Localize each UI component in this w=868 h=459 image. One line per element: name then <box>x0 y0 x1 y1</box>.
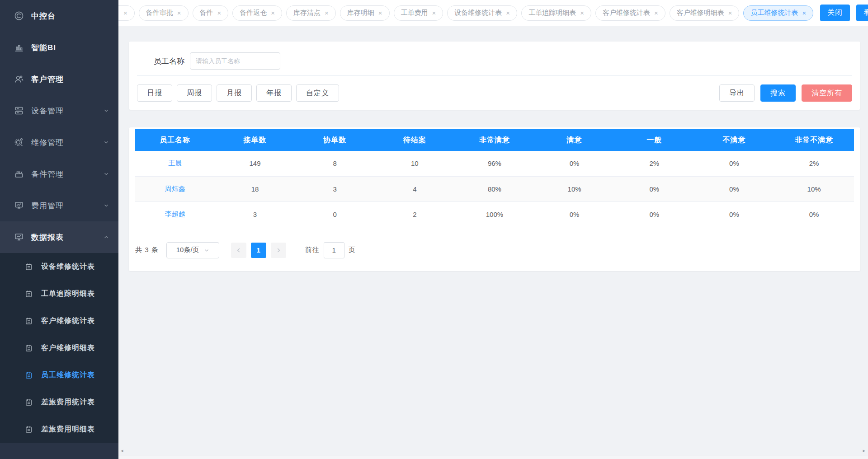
table-card: 员工名称 接单数 协单数 待结案 非常满意 满意 一般 不满意 非常不满意 王晨… <box>129 127 860 271</box>
close-icon[interactable]: × <box>271 9 275 16</box>
cell: 0 <box>295 201 375 227</box>
sidebar-item-spareparts[interactable]: 备件管理 <box>0 158 118 190</box>
sidebar-submenu: 设备维修统计表 工单追踪明细表 客户维修统计表 客户维修明细表 <box>0 253 118 443</box>
close-icon[interactable]: × <box>506 9 510 16</box>
submenu-item-label: 工单追踪明细表 <box>41 289 95 299</box>
tab-clipped[interactable]: × <box>118 5 135 21</box>
scrollbar-left-arrow[interactable]: ◂ <box>121 448 123 454</box>
chevron-down-icon <box>103 202 109 209</box>
page-size-select[interactable]: 10条/页 <box>166 242 219 258</box>
close-icon[interactable]: × <box>728 9 732 16</box>
tab-label: 库存明细 <box>347 9 374 17</box>
table-row: 周炜鑫 18 3 4 80% 10% 0% 0% 10% <box>135 176 854 201</box>
col-header: 非常不满意 <box>774 129 854 151</box>
sidebar-item-expenses[interactable]: 费用管理 <box>0 190 118 221</box>
tab[interactable]: 设备维修统计表 × <box>447 5 517 21</box>
sidebar-item-bi[interactable]: 智能BI <box>0 32 118 63</box>
close-icon[interactable]: × <box>580 9 584 16</box>
employee-name-link[interactable]: 周炜鑫 <box>135 176 215 201</box>
submenu-item-customer-repair-stats[interactable]: 客户维修统计表 <box>0 307 118 334</box>
search-button[interactable]: 搜索 <box>760 84 796 102</box>
tab[interactable]: 备件返仓 × <box>232 5 282 21</box>
clear-all-button[interactable]: 清空所有 <box>802 84 852 102</box>
chevron-down-icon <box>103 139 109 145</box>
page-number-1[interactable]: 1 <box>251 243 266 258</box>
sidebar-item-reports[interactable]: 数据报表 <box>0 221 118 253</box>
tab-active[interactable]: 员工维修统计表 × <box>743 5 813 21</box>
tab-label: 备件返仓 <box>240 9 267 17</box>
cell: 3 <box>215 201 295 227</box>
cell: 0% <box>694 151 774 176</box>
employee-name-link[interactable]: 王晨 <box>135 151 215 176</box>
sidebar-item-devices[interactable]: 设备管理 <box>0 95 118 126</box>
yearly-report-button[interactable]: 年报 <box>256 84 292 102</box>
notebook-icon <box>24 370 33 380</box>
close-icon[interactable]: × <box>432 9 436 16</box>
tab[interactable]: 备件审批 × <box>139 5 189 21</box>
tab[interactable]: 客户维修统计表 × <box>595 5 665 21</box>
submenu-item-label: 差旅费用统计表 <box>41 398 95 407</box>
page-size-value: 10条/页 <box>176 246 199 254</box>
cell: 149 <box>215 151 295 176</box>
tab-label: 设备维修统计表 <box>454 9 502 17</box>
cell: 80% <box>455 176 535 201</box>
close-icon[interactable]: × <box>123 9 127 16</box>
employee-name-link[interactable]: 李超越 <box>135 201 215 227</box>
submenu-item-label: 员工维修统计表 <box>41 370 95 380</box>
tab[interactable]: 工单追踪明细表 × <box>521 5 591 21</box>
chevron-down-icon <box>204 248 209 253</box>
submenu-item-employee-repair-stats[interactable]: 员工维修统计表 <box>0 361 118 389</box>
close-icon[interactable]: × <box>217 9 222 16</box>
board-chart-icon <box>14 232 24 243</box>
submenu-item-travel-expense-stats[interactable]: 差旅费用统计表 <box>0 389 118 416</box>
submenu-item-device-repair-stats[interactable]: 设备维修统计表 <box>0 253 118 280</box>
sidebar-item-label: 客户管理 <box>31 74 64 84</box>
notebook-icon <box>24 343 33 353</box>
cell: 3 <box>295 176 375 201</box>
notebook-icon <box>24 398 33 407</box>
submenu-item-travel-expense-detail[interactable]: 差旅费用明细表 <box>0 416 118 443</box>
notebook-icon <box>24 425 33 434</box>
close-icon[interactable]: × <box>654 9 658 16</box>
col-header: 协单数 <box>295 129 375 151</box>
chevron-down-icon <box>103 108 109 114</box>
sidebar-item-console[interactable]: 中控台 <box>0 0 118 32</box>
tab[interactable]: 备件 × <box>193 5 229 21</box>
dashboard-icon <box>14 10 24 21</box>
users-icon <box>14 74 24 84</box>
weekly-report-button[interactable]: 周报 <box>177 84 212 102</box>
goto-page-input[interactable] <box>324 242 344 258</box>
employee-name-label: 员工名称 <box>154 56 184 66</box>
submenu-item-customer-repair-detail[interactable]: 客户维修明细表 <box>0 334 118 361</box>
close-icon[interactable]: × <box>378 9 382 16</box>
submenu-item-workorder-tracking[interactable]: 工单追踪明细表 <box>0 280 118 307</box>
employee-name-input[interactable] <box>190 52 280 70</box>
col-header: 不满意 <box>694 129 774 151</box>
next-page-button[interactable] <box>271 243 286 258</box>
tab[interactable]: 工单费用 × <box>394 5 443 21</box>
col-header: 非常满意 <box>455 129 535 151</box>
daily-report-button[interactable]: 日报 <box>137 84 172 102</box>
tab[interactable]: 库存清点 × <box>286 5 336 21</box>
tab[interactable]: 客户维修明细表 × <box>670 5 740 21</box>
close-icon[interactable]: × <box>325 9 329 16</box>
export-button[interactable]: 导出 <box>719 84 755 102</box>
sidebar-item-label: 智能BI <box>31 42 56 53</box>
cell: 0% <box>694 176 774 201</box>
close-icon[interactable]: × <box>177 9 181 16</box>
col-header: 接单数 <box>215 129 295 151</box>
cell: 10% <box>774 176 854 201</box>
horizontal-scrollbar[interactable] <box>118 455 868 459</box>
sidebar-item-label: 维修管理 <box>31 137 64 148</box>
sidebar-item-customers[interactable]: 客户管理 <box>0 63 118 95</box>
sidebar-item-repairs[interactable]: 维修管理 <box>0 126 118 158</box>
monthly-report-button[interactable]: 月报 <box>217 84 252 102</box>
prev-page-button[interactable] <box>231 243 246 258</box>
close-icon[interactable]: × <box>802 9 806 16</box>
close-tabs-button[interactable]: 关闭 <box>820 5 850 21</box>
scrollbar-right-arrow[interactable]: ▸ <box>863 448 865 454</box>
tab[interactable]: 库存明细 × <box>340 5 390 21</box>
kanban-display-button[interactable]: 看板展示 <box>856 5 868 21</box>
custom-report-button[interactable]: 自定义 <box>296 84 339 102</box>
total-count: 共 3 条 <box>135 246 159 254</box>
